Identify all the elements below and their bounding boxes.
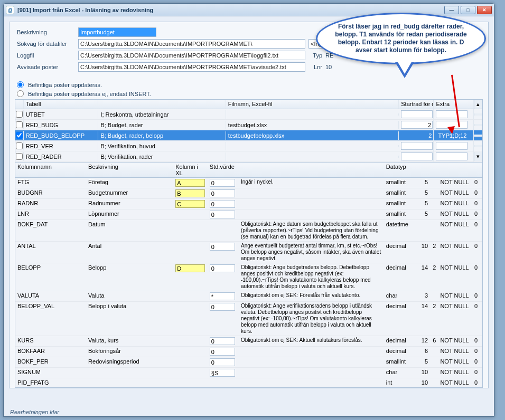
beskrivning-input[interactable] [78, 27, 156, 37]
status-text: Rearhetningen klar [10, 409, 59, 415]
column-row[interactable]: BOKF_DATDatumObligatoriskt: Ange datum s… [15, 220, 482, 242]
scrollbar-up-icon[interactable]: ▴ [474, 100, 482, 109]
radio-update-input[interactable] [17, 81, 24, 88]
chdr-beskrivning: Beskrivning [86, 163, 173, 177]
column-row[interactable]: VALUTAValutaObligatoriskt om ej SEK: För… [15, 291, 482, 302]
row-checkbox[interactable] [16, 142, 23, 149]
col-zero: 0 [472, 178, 482, 188]
col-len2: 2 [430, 302, 438, 336]
xl-input[interactable] [175, 189, 205, 197]
col-note [239, 347, 384, 357]
arrow-annotation [451, 75, 455, 134]
radio-insert[interactable]: Befintliga poster uppdateras ej, endast … [17, 90, 488, 97]
std-input[interactable] [210, 369, 235, 377]
col-note [239, 188, 384, 198]
col-len2 [430, 291, 438, 301]
scrollbar-track[interactable] [474, 124, 482, 126]
col-name: FTG [15, 178, 86, 188]
std-input[interactable] [210, 337, 235, 345]
std-input[interactable] [210, 358, 235, 366]
sokvag-input[interactable] [78, 39, 305, 49]
col-notnull: NOT NULL [438, 291, 472, 301]
col-len2 [430, 188, 438, 198]
column-row[interactable]: BELOPPBeloppObligatoriskt: Ange budgetra… [15, 263, 482, 291]
column-row[interactable]: FTGFöretagIngår i nyckel.smallint5NOT NU… [15, 178, 482, 188]
xl-input[interactable] [175, 179, 205, 187]
column-row[interactable]: RADNRRadnummersmallint5NOT NULL0 [15, 199, 482, 209]
row-start-input[interactable] [401, 131, 433, 139]
std-input[interactable] [210, 179, 235, 187]
scrollbar-track[interactable] [474, 135, 482, 137]
column-row[interactable]: BELOPP_VALBelopp i valutaObligatoriskt: … [15, 302, 482, 336]
window-title: [901] Import från Excel - Inläsning av r… [17, 7, 444, 13]
col-notnull: NOT NULL [438, 199, 472, 209]
col-zero: 0 [472, 336, 482, 346]
xl-input[interactable] [175, 264, 205, 272]
col-zero: 0 [472, 209, 482, 219]
row-table-desc: B; Verifikation, rader [98, 152, 226, 161]
col-desc [86, 368, 173, 378]
col-len1: 14 [417, 302, 430, 336]
column-row[interactable]: BOKF_PERRedovisningsperiodsmallint5NOT N… [15, 357, 482, 368]
row-start-input[interactable] [401, 142, 433, 150]
std-input[interactable] [210, 292, 235, 300]
radio-update[interactable]: Befintliga poster uppdateras. [17, 81, 488, 88]
radio-insert-input[interactable] [17, 90, 24, 97]
col-note: Obligatoriskt: Ange budgetradens belopp.… [239, 263, 384, 291]
row-table-desc: B; Verifikation, huvud [98, 142, 226, 150]
radio-insert-label: Befintliga poster uppdateras ej, endast … [28, 91, 151, 97]
scrollbar-track[interactable] [474, 113, 482, 116]
row-checkbox[interactable] [16, 153, 23, 160]
row-checkbox[interactable] [16, 121, 23, 128]
col-zero: 0 [472, 188, 482, 198]
scrollbar-track[interactable] [474, 145, 482, 147]
table-row[interactable]: RED_RADERB; Verifikation, rader▾ [15, 151, 482, 162]
table-row[interactable]: RED_BUDGB; Budget, radertestbudget.xlsx [15, 120, 482, 130]
std-input[interactable] [210, 303, 235, 311]
row-extra-input[interactable] [436, 142, 467, 150]
column-row[interactable]: PID_FPATGint10NOT NULL0 [15, 378, 482, 387]
row-start-input[interactable] [401, 121, 433, 129]
row-checkbox[interactable] [16, 132, 23, 139]
row-start-input[interactable] [401, 110, 433, 118]
column-row[interactable]: ANTALAntalAnge eventuellt budgeterat ant… [15, 242, 482, 263]
row-table-name: RED_BUDG [24, 121, 99, 129]
chdr-kolumnnamn: Kolumnnamn [15, 163, 86, 177]
col-len1 [417, 220, 430, 241]
col-note: Obligatoriskt: Ange datum som budgetbelo… [239, 220, 384, 241]
column-row[interactable]: SIGNUMchar10NOT NULL0 [15, 368, 482, 378]
column-row[interactable]: KURSValuta, kursObligatoriskt om ej SEK:… [15, 336, 482, 347]
table-header: Tabell Filnamn, Excel-fil Startrad för d… [15, 100, 482, 109]
table-row[interactable]: UTBETI; Reskontra, utbetalningar [15, 109, 482, 120]
col-desc: Budgetnummer [86, 188, 173, 198]
col-zero: 0 [472, 302, 482, 336]
col-zero: 0 [472, 242, 482, 263]
col-len1: 5 [417, 209, 430, 219]
std-input[interactable] [210, 189, 235, 197]
col-desc: Löpnummer [86, 209, 173, 219]
col-len2 [430, 368, 438, 378]
scrollbar-track[interactable]: ▾ [474, 152, 482, 161]
loggfil-input[interactable] [78, 51, 305, 60]
row-start-input[interactable] [401, 152, 433, 160]
row-table-name: RED_BUDG_BELOPP [24, 131, 99, 140]
std-input[interactable] [210, 200, 235, 208]
column-row[interactable]: BUDGNRBudgetnummersmallint5NOT NULL0 [15, 188, 482, 199]
table-row[interactable]: RED_VERB; Verifikation, huvud [15, 141, 482, 151]
std-input[interactable] [210, 348, 235, 356]
std-input[interactable] [210, 211, 235, 218]
col-len2: 2 [430, 242, 438, 263]
row-extra-input[interactable] [436, 152, 467, 160]
std-input[interactable] [210, 264, 235, 272]
col-notnull: NOT NULL [438, 263, 472, 291]
std-input[interactable] [210, 243, 235, 251]
arrow-head-icon [447, 126, 456, 135]
col-name: BOKF_DAT [15, 220, 86, 241]
column-row[interactable]: BOKFAARBokföringsårdecimal6NOT NULL0 [15, 347, 482, 357]
avvisade-input[interactable] [78, 62, 305, 72]
xl-input[interactable] [175, 200, 205, 208]
table-row[interactable]: RED_BUDG_BELOPPB; Budget, rader, beloppt… [15, 130, 482, 141]
row-checkbox[interactable] [16, 111, 23, 118]
col-datatype: decimal [384, 242, 417, 263]
column-row[interactable]: LNRLöpnummersmallint5NOT NULL0 [15, 209, 482, 220]
